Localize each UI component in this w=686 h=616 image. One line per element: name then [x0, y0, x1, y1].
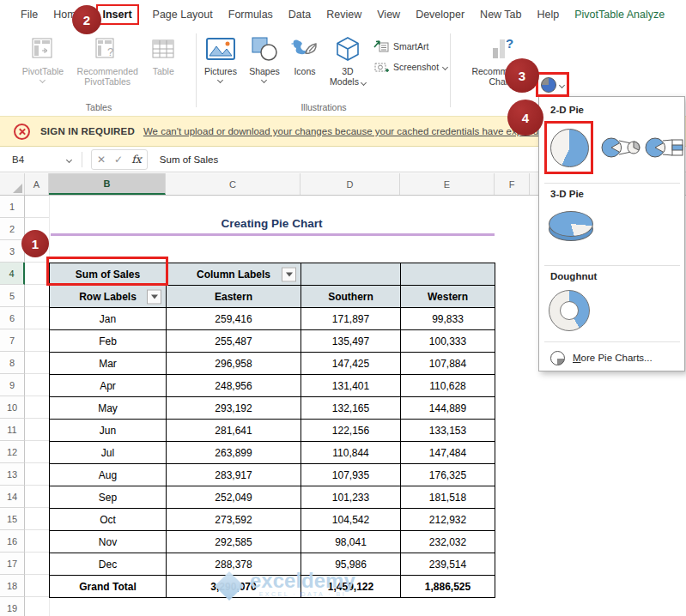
value-cell[interactable]: 99,833 — [401, 308, 495, 330]
value-cell[interactable]: 100,333 — [401, 330, 495, 353]
value-cell[interactable]: 263,899 — [167, 442, 301, 464]
value-cell[interactable]: 255,487 — [167, 330, 301, 353]
month-cell[interactable]: Jan — [50, 308, 167, 330]
3d-models-button[interactable]: 3D Models — [325, 33, 370, 87]
row-header-1[interactable]: 1 — [0, 196, 25, 218]
row-header-8[interactable]: 8 — [0, 352, 25, 374]
value-cell[interactable]: 281,641 — [167, 420, 301, 442]
month-cell[interactable]: Feb — [50, 330, 167, 353]
ribbon-tab[interactable]: Data — [288, 9, 311, 21]
row-header-4[interactable]: 4 — [0, 263, 25, 285]
row-header-19[interactable]: 19 — [0, 597, 25, 616]
pie-of-pie-option-icon[interactable] — [600, 135, 641, 160]
value-cell[interactable]: 296,958 — [167, 353, 301, 375]
column-header-c[interactable]: C — [166, 173, 301, 195]
value-cell[interactable]: 293,192 — [167, 397, 301, 420]
enter-icon[interactable]: ✓ — [114, 154, 123, 166]
column-header-f[interactable]: F — [495, 173, 530, 195]
value-cell[interactable]: 107,935 — [301, 464, 401, 486]
value-cell[interactable]: 98,041 — [301, 531, 401, 553]
row-header-10[interactable]: 10 — [0, 396, 25, 419]
grand-total-eastern[interactable]: 3,290,070 — [167, 576, 301, 598]
table-button[interactable]: Table — [151, 33, 175, 77]
row-header-6[interactable]: 6 — [0, 307, 25, 329]
insert-function-icon[interactable]: fx — [131, 153, 142, 166]
icons-button[interactable]: Icons — [288, 33, 322, 77]
shapes-button[interactable]: Shapes — [245, 33, 284, 82]
ribbon-tab[interactable]: New Tab — [480, 9, 521, 21]
ribbon-tab[interactable]: PivotTable Analyze — [574, 9, 665, 21]
month-cell[interactable]: Aug — [50, 464, 167, 486]
value-cell[interactable]: 181,518 — [401, 486, 495, 509]
row-header-13[interactable]: 13 — [0, 463, 25, 486]
month-cell[interactable]: Jul — [50, 442, 167, 464]
row-header-18[interactable]: 18 — [0, 575, 25, 597]
row-header-16[interactable]: 16 — [0, 530, 25, 553]
column-header-e[interactable]: E — [400, 173, 495, 195]
ribbon-tab[interactable]: Page Layout — [153, 9, 213, 21]
pivot-empty-header-cell[interactable] — [401, 263, 495, 286]
cancel-icon[interactable]: ✕ — [97, 154, 106, 166]
pivot-empty-header-cell[interactable] — [301, 263, 401, 286]
value-cell[interactable]: 104,542 — [301, 509, 401, 531]
value-cell[interactable]: 147,425 — [301, 353, 401, 375]
ribbon-tab[interactable]: Formulas — [228, 9, 273, 21]
message-bar-link[interactable]: We can't upload or download your changes… — [143, 126, 542, 136]
recommended-pivottables-button[interactable]: ? Recommended PivotTables — [67, 33, 148, 87]
row-header-15[interactable]: 15 — [0, 508, 25, 530]
pie-2d-option-icon[interactable] — [550, 129, 589, 167]
month-cell[interactable]: Mar — [50, 353, 167, 375]
row-header-17[interactable]: 17 — [0, 553, 25, 575]
ribbon-tab[interactable]: File — [21, 9, 38, 21]
grand-total-southern[interactable]: 1,459,122 — [301, 576, 401, 598]
month-cell[interactable]: Dec — [50, 553, 167, 576]
value-cell[interactable]: 131,401 — [301, 375, 401, 397]
value-cell[interactable]: 248,956 — [167, 375, 301, 397]
screenshot-button[interactable]: Screenshot — [373, 57, 447, 77]
row-header-5[interactable]: 5 — [0, 285, 25, 307]
row-labels-filter-button[interactable] — [147, 289, 161, 304]
value-cell[interactable]: 107,884 — [401, 353, 495, 375]
column-header-b[interactable]: B — [49, 173, 166, 195]
ribbon-tab[interactable]: Help — [537, 9, 560, 21]
value-cell[interactable]: 171,897 — [301, 308, 401, 330]
row-header-7[interactable]: 7 — [0, 329, 25, 352]
month-cell[interactable]: May — [50, 397, 167, 420]
ribbon-tab[interactable]: View — [377, 9, 400, 21]
ribbon-tab[interactable]: Developer — [416, 9, 464, 21]
col-header-southern[interactable]: Southern — [301, 286, 401, 308]
pie-3d-option-icon[interactable] — [549, 211, 593, 239]
name-box[interactable]: B4 — [4, 149, 80, 170]
more-pie-charts-item[interactable]: More Pie Charts... — [539, 344, 684, 371]
pictures-button[interactable]: Pictures — [200, 33, 241, 82]
pivot-column-labels-cell[interactable]: Column Labels — [167, 263, 301, 286]
value-cell[interactable]: 292,585 — [167, 531, 301, 553]
value-cell[interactable]: 212,932 — [401, 509, 495, 531]
value-cell[interactable]: 259,416 — [167, 308, 301, 330]
column-header-a[interactable]: A — [25, 173, 49, 195]
value-cell[interactable]: 288,378 — [167, 553, 301, 576]
value-cell[interactable]: 147,484 — [401, 442, 495, 464]
month-cell[interactable]: Apr — [50, 375, 167, 397]
select-all-corner[interactable] — [0, 173, 25, 195]
row-header-2[interactable]: 2 — [0, 218, 25, 240]
month-cell[interactable]: Jun — [50, 420, 167, 442]
value-cell[interactable]: 273,592 — [167, 509, 301, 531]
value-cell[interactable]: 144,889 — [401, 397, 495, 420]
ribbon-tab[interactable]: Review — [326, 9, 361, 21]
value-cell[interactable]: 239,514 — [401, 553, 495, 576]
row-header-11[interactable]: 11 — [0, 419, 25, 441]
pivot-row-labels-cell[interactable]: Row Labels — [50, 286, 167, 308]
value-cell[interactable]: 95,986 — [301, 553, 401, 576]
formula-input[interactable]: Sum of Sales — [160, 154, 218, 165]
value-cell[interactable]: 133,153 — [401, 420, 495, 442]
value-cell[interactable]: 252,049 — [167, 486, 301, 509]
col-header-western[interactable]: Western — [401, 286, 495, 308]
value-cell[interactable]: 110,844 — [301, 442, 401, 464]
value-cell[interactable]: 135,497 — [301, 330, 401, 353]
bar-of-pie-option-icon[interactable] — [644, 135, 685, 160]
value-cell[interactable]: 132,165 — [301, 397, 401, 420]
grand-total-western[interactable]: 1,886,525 — [401, 576, 495, 598]
value-cell[interactable]: 283,917 — [167, 464, 301, 486]
column-header-d[interactable]: D — [301, 173, 400, 195]
